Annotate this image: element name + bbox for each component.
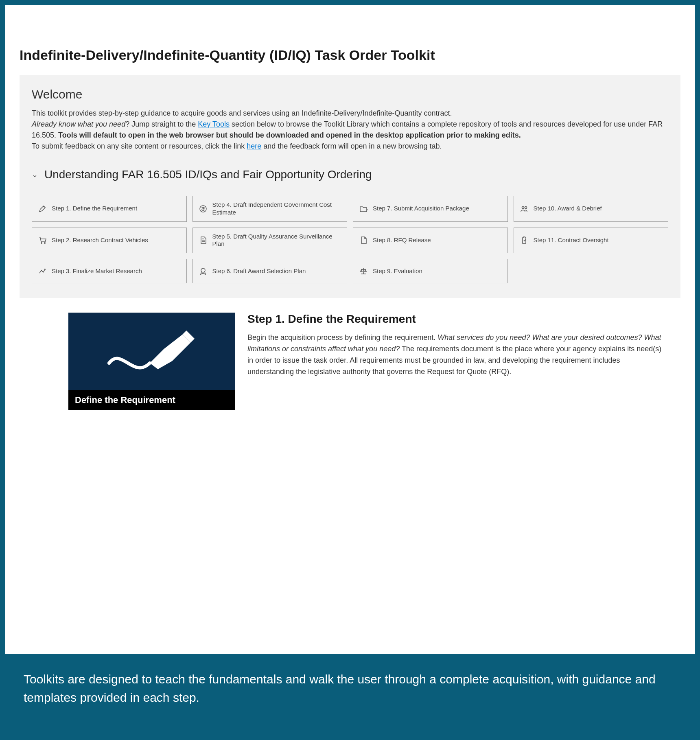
people-icon [520, 204, 529, 213]
step-label: Step 2. Research Contract Vehicles [52, 236, 148, 244]
key-tools-link[interactable]: Key Tools [198, 120, 230, 128]
step-card-9[interactable]: Step 9. Evaluation [353, 259, 508, 283]
scales-icon [359, 267, 368, 276]
page-icon [359, 236, 368, 245]
svg-marker-6 [150, 335, 190, 369]
step-card-2[interactable]: Step 2. Research Contract Vehicles [32, 228, 187, 254]
page-title: Indefinite-Delivery/Indefinite-Quantity … [20, 47, 680, 63]
ribbon-icon [199, 267, 208, 276]
highlighter-icon [105, 322, 199, 377]
step-label: Step 11. Contract Oversight [534, 236, 609, 244]
trend-up-icon [38, 267, 47, 276]
welcome-text-5: and the feedback form will open in a new… [261, 142, 442, 150]
step-card-5[interactable]: Step 5. Draft Quality Assurance Surveill… [192, 228, 348, 254]
welcome-body: This toolkit provides step-by-step guida… [32, 108, 668, 152]
clipboard-icon [520, 236, 529, 245]
feedback-here-link[interactable]: here [247, 142, 261, 150]
step-label: Step 3. Finalize Market Research [52, 267, 142, 275]
step-card-10[interactable]: Step 10. Award & Debrief [514, 196, 669, 222]
step-detail: Define the Requirement Step 1. Define th… [20, 298, 680, 410]
step-label: Step 5. Draft Quality Assurance Surveill… [212, 233, 341, 248]
step-detail-heading: Step 1. Define the Requirement [247, 313, 666, 326]
welcome-text-2: ? Jump straight to the [125, 120, 198, 128]
expand-section-title: Understanding FAR 16.505 ID/IQs and Fair… [44, 168, 372, 181]
footer-text: Toolkits are designed to teach the funda… [24, 670, 676, 707]
footer-banner: Toolkits are designed to teach the funda… [5, 654, 695, 735]
step-detail-image: Define the Requirement [68, 313, 235, 410]
step-card-3[interactable]: Step 3. Finalize Market Research [32, 259, 187, 283]
folder-icon [359, 204, 368, 213]
welcome-panel: Welcome This toolkit provides step-by-st… [20, 75, 680, 298]
welcome-text-1: This toolkit provides step-by-step guida… [32, 109, 452, 117]
step-card-8[interactable]: Step 8. RFQ Release [353, 228, 508, 254]
step-label: Step 8. RFQ Release [373, 236, 431, 244]
step-detail-body: Begin the acquisition process by definin… [247, 332, 666, 378]
step-label: Step 4. Draft Independent Government Cos… [212, 201, 341, 217]
step-label: Step 10. Award & Debrief [534, 205, 602, 212]
pencil-icon [38, 204, 47, 213]
chevron-down-icon: ⌄ [32, 170, 38, 179]
steps-grid: Step 1. Define the Requirement Step 4. D… [32, 196, 668, 283]
step-label: Step 1. Define the Requirement [52, 205, 137, 212]
cart-icon [38, 236, 47, 245]
step-card-4[interactable]: Step 4. Draft Independent Government Cos… [192, 196, 348, 222]
step-body-a: Begin the acquisition process by definin… [247, 333, 438, 342]
step-label: Step 6. Draft Award Selection Plan [212, 267, 306, 275]
step-label: Step 9. Evaluation [373, 267, 422, 275]
dollar-icon [199, 204, 208, 213]
step-image-caption: Define the Requirement [75, 395, 229, 405]
expand-section-toggle[interactable]: ⌄ Understanding FAR 16.505 ID/IQs and Fa… [32, 168, 668, 181]
step-card-1[interactable]: Step 1. Define the Requirement [32, 196, 187, 222]
step-image-caption-bar: Define the Requirement [68, 390, 235, 410]
step-card-6[interactable]: Step 6. Draft Award Selection Plan [192, 259, 348, 283]
welcome-text-4: To submit feedback on any site content o… [32, 142, 247, 150]
document-icon [199, 236, 208, 245]
step-card-11[interactable]: Step 11. Contract Oversight [514, 228, 669, 254]
welcome-heading: Welcome [32, 88, 668, 101]
welcome-text-bold: Tools will default to open in the web br… [58, 131, 521, 139]
welcome-text-em: Already know what you need [32, 120, 125, 128]
step-card-7[interactable]: Step 7. Submit Acquisition Package [353, 196, 508, 222]
step-label: Step 7. Submit Acquisition Package [373, 205, 469, 212]
